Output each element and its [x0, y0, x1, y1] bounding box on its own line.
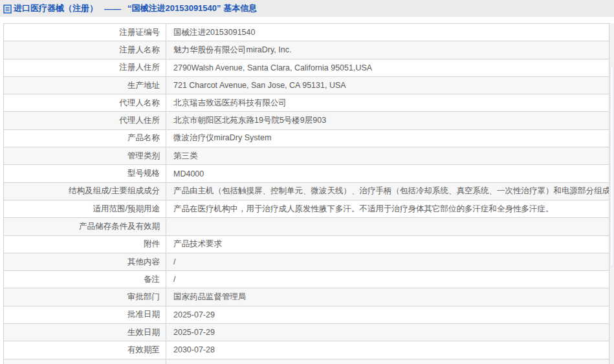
row-label: 管理类别	[4, 147, 166, 165]
row-value: 2025-07-29	[166, 306, 609, 323]
table-row: 代理人名称 北京瑞吉致远医药科技有限公司	[4, 94, 609, 112]
table-row: 有效期至 2030-07-28	[4, 341, 609, 359]
table-row: 生效日期 2025-07-29	[4, 324, 609, 341]
row-value: 产品在医疗机构中，用于治疗成人原发性腋下多汗。不适用于治疗身体其它部位的多汗症和…	[166, 200, 609, 217]
table-row: 代理人住所 北京市朝阳区北苑东路19号院5号楼9层903	[4, 112, 609, 129]
row-label: 审批部门	[4, 288, 166, 306]
table-row: 结构及组成/主要组成成分 产品由主机（包括触摸屏、控制单元、微波天线）、治疗手柄…	[4, 182, 609, 200]
table-row: 其他内容 /	[4, 253, 609, 270]
row-value: 2030-07-28	[166, 341, 609, 359]
row-label: 型号规格	[4, 165, 166, 182]
row-value: 国械注进20153091540	[166, 24, 609, 41]
row-label	[4, 359, 166, 364]
registration-info-rows: 注册证编号 国械注进20153091540 注册人名称 魅力华股份有限公司mir…	[4, 24, 609, 364]
row-label: 注册证编号	[4, 24, 166, 41]
title-dash: ——	[104, 4, 121, 14]
row-value: MD4000	[166, 165, 609, 182]
table-row: 批准日期 2025-07-29	[4, 306, 609, 323]
row-value	[166, 359, 609, 364]
row-value: /	[166, 271, 609, 288]
page-title: 进口医疗器械（注册） —— “国械注进20153091540” 基本信息	[3, 3, 257, 14]
registration-info-table: 注册证编号 国械注进20153091540 注册人名称 魅力华股份有限公司mir…	[3, 23, 609, 364]
table-row: 适用范围/预期用途 产品在医疗机构中，用于治疗成人原发性腋下多汗。不适用于治疗身…	[4, 200, 609, 217]
table-row	[4, 359, 609, 364]
row-label: 代理人名称	[4, 94, 166, 112]
row-value: 微波治疗仪miraDry System	[166, 129, 609, 147]
table-row: 注册证编号 国械注进20153091540	[4, 24, 609, 41]
row-value: 北京瑞吉致远医药科技有限公司	[166, 94, 609, 112]
row-value: 721 Charcot Avenue, San Jose, CA 95131, …	[166, 76, 609, 94]
row-label: 注册人住所	[4, 59, 166, 76]
row-value: 产品技术要求	[166, 235, 609, 253]
scrollbar-thumb[interactable]	[610, 66, 613, 266]
document-icon	[3, 5, 12, 14]
vertical-scrollbar[interactable]	[609, 23, 614, 364]
row-label: 产品名称	[4, 129, 166, 147]
row-value: 魅力华股份有限公司miraDry, Inc.	[166, 41, 609, 59]
row-value	[166, 218, 609, 235]
row-label: 注册人名称	[4, 41, 166, 59]
row-label: 代理人住所	[4, 112, 166, 129]
table-row: 型号规格 MD4000	[4, 165, 609, 182]
title-category: 进口医疗器械（注册）	[14, 3, 98, 14]
table-row: 附件 产品技术要求	[4, 235, 609, 253]
row-value: 产品由主机（包括触摸屏、控制单元、微波天线）、治疗手柄（包括冷却系统、真空系统、…	[166, 182, 609, 200]
row-label: 批准日期	[4, 306, 166, 323]
row-value: 国家药品监督管理局	[166, 288, 609, 306]
row-label: 有效期至	[4, 341, 166, 359]
title-detail: “国械注进20153091540” 基本信息	[127, 3, 257, 14]
row-label: 备注	[4, 271, 166, 288]
title-bar: 进口医疗器械（注册） —— “国械注进20153091540” 基本信息	[0, 0, 614, 17]
breadcrumb-left: 进口医疗器械（注册）	[3, 3, 98, 14]
row-label: 适用范围/预期用途	[4, 200, 166, 217]
row-value: 2025-07-29	[166, 324, 609, 341]
row-label: 结构及组成/主要组成成分	[4, 182, 166, 200]
table-row: 产品名称 微波治疗仪miraDry System	[4, 129, 609, 147]
row-label: 生产地址	[4, 76, 166, 94]
row-label: 其他内容	[4, 253, 166, 270]
row-label: 附件	[4, 235, 166, 253]
table-row: 备注 /	[4, 271, 609, 288]
row-label: 生效日期	[4, 324, 166, 341]
table-row: 管理类别 第三类	[4, 147, 609, 165]
row-value: 第三类	[166, 147, 609, 165]
table-row: 注册人住所 2790Walsh Avenue, Santa Clara, Cal…	[4, 59, 609, 76]
table-row: 注册人名称 魅力华股份有限公司miraDry, Inc.	[4, 41, 609, 59]
table-row: 生产地址 721 Charcot Avenue, San Jose, CA 95…	[4, 76, 609, 94]
table-row: 审批部门 国家药品监督管理局	[4, 288, 609, 306]
row-label: 产品储存条件及有效期	[4, 218, 166, 235]
row-value: 2790Walsh Avenue, Santa Clara, Californi…	[166, 59, 609, 76]
table-row: 产品储存条件及有效期	[4, 218, 609, 235]
row-value: 北京市朝阳区北苑东路19号院5号楼9层903	[166, 112, 609, 129]
row-value: /	[166, 253, 609, 270]
